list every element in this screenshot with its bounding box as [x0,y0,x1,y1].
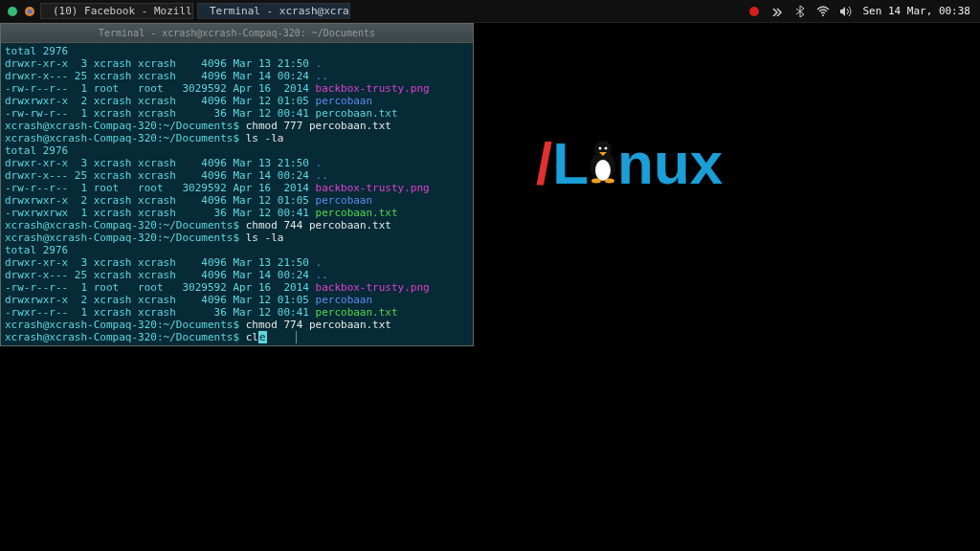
ls-row: -rw-r--r-- 1 root root 3029592 Apr 16 20… [5,82,469,95]
svg-point-11 [591,179,601,184]
total-line: total 2976 [5,144,469,157]
text-cursor-icon [296,331,297,343]
penguin-icon [585,129,621,197]
taskbar-label: Terminal - xcrash@xcrash-... [210,5,350,17]
svg-point-7 [595,160,611,181]
bluetooth-icon[interactable] [793,5,807,18]
volume-icon[interactable] [839,5,853,18]
record-icon[interactable] [747,5,761,18]
ls-row: -rwxr--r-- 1 xcrash xcrash 36 Mar 12 00:… [5,306,469,319]
panel-left: (10) Facebook - Mozilla Fir... Terminal … [6,3,350,19]
ls-row: -rw-rw-r-- 1 xcrash xcrash 36 Mar 12 00:… [5,107,469,120]
firefox-icon[interactable] [23,5,36,18]
prompt-line: xcrash@xcrash-Compaq-320:~/Documents$ ch… [5,319,469,331]
wallpaper-linux-post: nux [617,129,723,197]
svg-point-10 [605,147,608,150]
total-line: total 2976 [5,244,469,256]
panel-right: Sen 14 Mar, 00:38 [747,5,974,18]
wallpaper-text: / L nux [536,129,723,197]
taskbar-item-terminal[interactable]: Terminal - xcrash@xcrash-... [197,3,350,19]
svg-point-5 [822,14,824,16]
ls-row: drwxr-x--- 25 xcrash xcrash 4096 Mar 14 … [5,169,469,182]
prompt-line: xcrash@xcrash-Compaq-320:~/Documents$ ls… [5,132,469,144]
clock[interactable]: Sen 14 Mar, 00:38 [862,5,974,17]
ls-row: -rw-r--r-- 1 root root 3029592 Apr 16 20… [5,182,469,194]
window-title: Terminal - xcrash@xcrash-Compaq-320: ~/D… [7,28,467,38]
wallpaper-linux-pre: L [552,129,589,197]
ls-row: -rwxrwxrwx 1 xcrash xcrash 36 Mar 12 00:… [5,207,469,219]
taskbar-item-firefox[interactable]: (10) Facebook - Mozilla Fir... [40,3,193,19]
ls-row: drwxrwxr-x 2 xcrash xcrash 4096 Mar 12 0… [5,194,469,207]
prompt-line: xcrash@xcrash-Compaq-320:~/Documents$ ch… [5,219,469,231]
terminal-body[interactable]: total 2976drwxr-xr-x 3 xcrash xcrash 409… [1,43,473,345]
wallpaper-slash: / [536,129,552,197]
top-panel: (10) Facebook - Mozilla Fir... Terminal … [0,0,980,23]
menu-icon[interactable] [6,5,19,18]
terminal-window[interactable]: Terminal - xcrash@xcrash-Compaq-320: ~/D… [0,23,474,346]
svg-point-12 [605,179,614,184]
ls-row: drwxr-xr-x 3 xcrash xcrash 4096 Mar 13 2… [5,57,469,70]
ls-row: drwxr-xr-x 3 xcrash xcrash 4096 Mar 13 2… [5,157,469,169]
svg-point-2 [28,9,33,13]
ls-row: drwxr-x--- 25 xcrash xcrash 4096 Mar 14 … [5,70,469,82]
ls-row: drwxr-xr-x 3 xcrash xcrash 4096 Mar 13 2… [5,256,469,269]
title-bar[interactable]: Terminal - xcrash@xcrash-Compaq-320: ~/D… [1,24,473,43]
prompt-line-active[interactable]: xcrash@xcrash-Compaq-320:~/Documents$ cl… [5,331,469,343]
taskbar-label: (10) Facebook - Mozilla Fir... [53,5,193,17]
ls-row: drwxrwxr-x 2 xcrash xcrash 4096 Mar 12 0… [5,95,469,107]
svg-point-9 [599,147,602,150]
total-line: total 2976 [5,45,469,57]
svg-point-0 [8,7,17,16]
ls-row: drwxrwxr-x 2 xcrash xcrash 4096 Mar 12 0… [5,294,469,306]
ls-row: drwxr-x--- 25 xcrash xcrash 4096 Mar 14 … [5,269,469,281]
prompt-line: xcrash@xcrash-Compaq-320:~/Documents$ ch… [5,120,469,132]
prompt-line: xcrash@xcrash-Compaq-320:~/Documents$ ls… [5,231,469,244]
wifi-icon[interactable] [816,5,830,18]
battery-icon[interactable] [770,5,784,18]
ls-row: -rw-r--r-- 1 root root 3029592 Apr 16 20… [5,281,469,294]
